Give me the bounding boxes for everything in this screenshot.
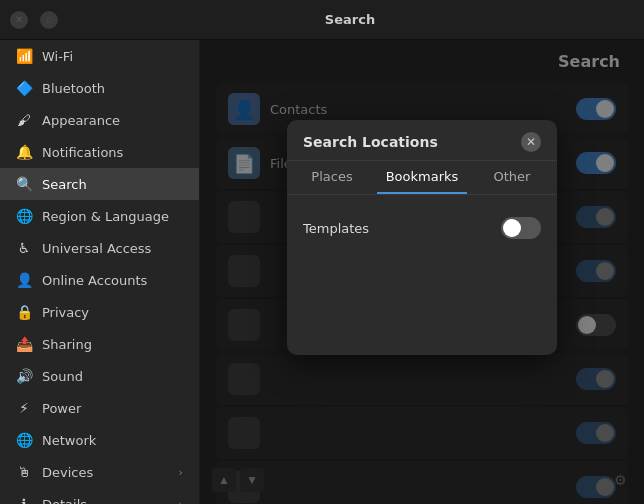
modal-overlay: Search Locations ✕ PlacesBookmarksOther …	[200, 40, 644, 504]
sidebar-item-appearance[interactable]: 🖌 Appearance	[0, 104, 199, 136]
sidebar-item-power[interactable]: ⚡ Power	[0, 392, 199, 424]
sidebar-item-bluetooth[interactable]: 🔷 Bluetooth	[0, 72, 199, 104]
sidebar-item-details[interactable]: ℹ Details ›	[0, 488, 199, 504]
modal-tabs: PlacesBookmarksOther	[287, 161, 557, 195]
sidebar-icon-universal: ♿	[16, 240, 32, 256]
search-icon: ⌕	[46, 14, 52, 25]
sidebar-label-devices: Devices	[42, 465, 93, 480]
sidebar-label-sharing: Sharing	[42, 337, 92, 352]
close-icon: ✕	[15, 14, 23, 25]
modal-title: Search Locations	[303, 134, 521, 150]
modal-close-icon: ✕	[526, 135, 536, 149]
sidebar-icon-online: 👤	[16, 272, 32, 288]
sidebar-item-region[interactable]: 🌐 Region & Language	[0, 200, 199, 232]
modal-tab-bookmarks[interactable]: Bookmarks	[377, 161, 467, 194]
modal-tab-other[interactable]: Other	[467, 161, 557, 194]
titlebar: ✕ ⌕ Search	[0, 0, 644, 40]
sidebar-label-online: Online Accounts	[42, 273, 147, 288]
main-layout: 📶 Wi-Fi 🔷 Bluetooth 🖌 Appearance 🔔 Notif…	[0, 40, 644, 504]
sidebar-label-details: Details	[42, 497, 87, 505]
sidebar-icon-region: 🌐	[16, 208, 32, 224]
sidebar-icon-sound: 🔊	[16, 368, 32, 384]
sidebar-item-sharing[interactable]: 📤 Sharing	[0, 328, 199, 360]
modal-tab-places[interactable]: Places	[287, 161, 377, 194]
close-button[interactable]: ✕	[10, 11, 28, 29]
modal-body: Templates	[287, 195, 557, 355]
sidebar-icon-appearance: 🖌	[16, 112, 32, 128]
window-title: Search	[66, 12, 634, 27]
modal-row-templates: Templates	[303, 211, 541, 245]
sidebar-label-sound: Sound	[42, 369, 83, 384]
sidebar-icon-network: 🌐	[16, 432, 32, 448]
sidebar-icon-bluetooth: 🔷	[16, 80, 32, 96]
sidebar-icon-devices: 🖱	[16, 464, 32, 480]
sidebar-label-region: Region & Language	[42, 209, 169, 224]
sidebar-icon-notifications: 🔔	[16, 144, 32, 160]
sidebar-item-network[interactable]: 🌐 Network	[0, 424, 199, 456]
modal-close-button[interactable]: ✕	[521, 132, 541, 152]
sidebar-label-notifications: Notifications	[42, 145, 123, 160]
chevron-icon: ›	[179, 498, 183, 505]
sidebar-label-network: Network	[42, 433, 96, 448]
sidebar-label-appearance: Appearance	[42, 113, 120, 128]
content-area: Search 👤 Contacts 📄 Files	[200, 40, 644, 504]
modal-row-label-templates: Templates	[303, 221, 501, 236]
sidebar-icon-details: ℹ	[16, 496, 32, 504]
search-button[interactable]: ⌕	[40, 11, 58, 29]
sidebar-label-universal: Universal Access	[42, 241, 151, 256]
sidebar-item-sound[interactable]: 🔊 Sound	[0, 360, 199, 392]
sidebar-item-search[interactable]: 🔍 Search	[0, 168, 199, 200]
sidebar-label-power: Power	[42, 401, 81, 416]
sidebar-label-wifi: Wi-Fi	[42, 49, 73, 64]
modal-header: Search Locations ✕	[287, 120, 557, 161]
sidebar-item-online[interactable]: 👤 Online Accounts	[0, 264, 199, 296]
sidebar-icon-power: ⚡	[16, 400, 32, 416]
sidebar-label-bluetooth: Bluetooth	[42, 81, 105, 96]
sidebar-icon-privacy: 🔒	[16, 304, 32, 320]
sidebar-item-devices[interactable]: 🖱 Devices ›	[0, 456, 199, 488]
chevron-icon: ›	[179, 466, 183, 479]
sidebar-label-privacy: Privacy	[42, 305, 89, 320]
sidebar-label-search: Search	[42, 177, 87, 192]
sidebar-item-wifi[interactable]: 📶 Wi-Fi	[0, 40, 199, 72]
sidebar-icon-search: 🔍	[16, 176, 32, 192]
sidebar-item-notifications[interactable]: 🔔 Notifications	[0, 136, 199, 168]
search-locations-modal: Search Locations ✕ PlacesBookmarksOther …	[287, 120, 557, 355]
sidebar-item-privacy[interactable]: 🔒 Privacy	[0, 296, 199, 328]
modal-toggle-templates[interactable]	[501, 217, 541, 239]
sidebar: 📶 Wi-Fi 🔷 Bluetooth 🖌 Appearance 🔔 Notif…	[0, 40, 200, 504]
sidebar-icon-wifi: 📶	[16, 48, 32, 64]
sidebar-icon-sharing: 📤	[16, 336, 32, 352]
sidebar-item-universal[interactable]: ♿ Universal Access	[0, 232, 199, 264]
